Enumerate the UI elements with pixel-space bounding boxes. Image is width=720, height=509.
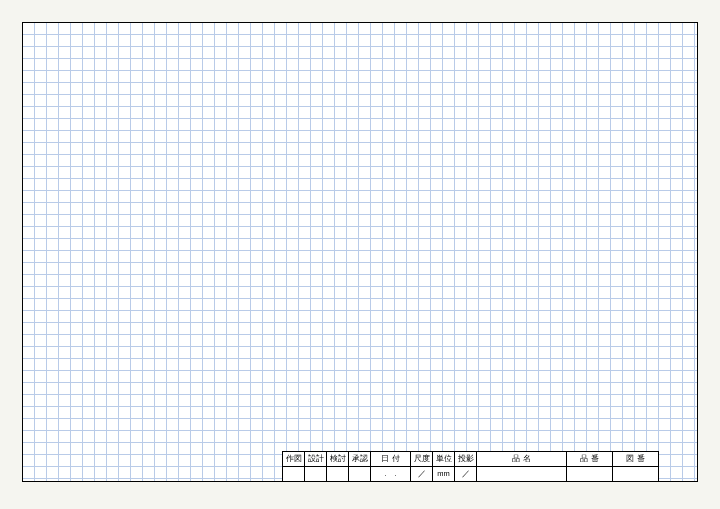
td-touei[interactable]: ／ (455, 467, 477, 482)
td-zuban[interactable] (613, 467, 659, 482)
th-hinmei: 品 名 (477, 452, 567, 467)
td-sekkei[interactable] (305, 467, 327, 482)
td-hinban[interactable] (567, 467, 613, 482)
th-hinban: 品 番 (567, 452, 613, 467)
th-shakudo: 尺度 (411, 452, 433, 467)
td-hinmei[interactable] (477, 467, 567, 482)
td-tani[interactable]: mm (433, 467, 455, 482)
th-shounin: 承認 (349, 452, 371, 467)
th-hizuke: 日 付 (371, 452, 411, 467)
th-touei: 投影 (455, 452, 477, 467)
th-sakuzu: 作図 (283, 452, 305, 467)
th-zuban: 図 番 (613, 452, 659, 467)
th-tani: 単位 (433, 452, 455, 467)
title-block-header-row: 作図 設計 検討 承認 日 付 尺度 単位 投影 品 名 品 番 図 番 (283, 452, 659, 467)
title-block-value-row: . . ／ mm ／ (283, 467, 659, 482)
td-hizuke[interactable]: . . (371, 467, 411, 482)
td-kento[interactable] (327, 467, 349, 482)
grid-background (22, 22, 698, 482)
title-block: 作図 設計 検討 承認 日 付 尺度 単位 投影 品 名 品 番 図 番 . .… (282, 451, 659, 482)
td-shakudo[interactable]: ／ (411, 467, 433, 482)
th-kento: 検討 (327, 452, 349, 467)
td-sakuzu[interactable] (283, 467, 305, 482)
drawing-sheet: 作図 設計 検討 承認 日 付 尺度 単位 投影 品 名 品 番 図 番 . .… (22, 22, 698, 482)
td-shounin[interactable] (349, 467, 371, 482)
th-sekkei: 設計 (305, 452, 327, 467)
